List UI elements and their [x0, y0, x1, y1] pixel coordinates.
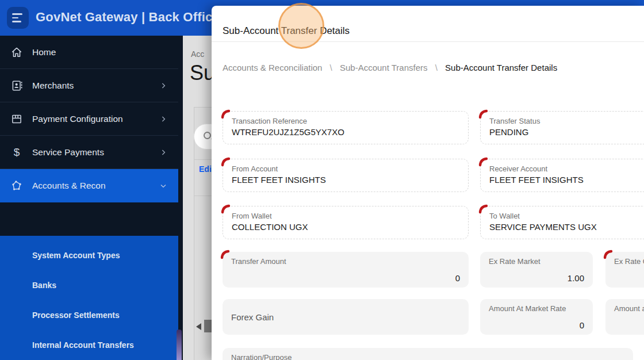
breadcrumb-sub-account-transfers[interactable]: Sub-Account Transfers: [340, 63, 428, 72]
sidebar-subitem-system-account-types[interactable]: System Account Types: [0, 240, 178, 270]
field-label: Transaction Reference: [223, 112, 468, 125]
breadcrumb: Acc: [191, 49, 204, 59]
purple-scroll-accent: [177, 330, 182, 360]
sidebar-item-home[interactable]: Home: [0, 36, 178, 69]
field-ex-rate-given[interactable]: Ex Rate G: [605, 252, 644, 288]
field-to-wallet[interactable]: To Wallet SERVICE PAYMENTS UGX: [480, 206, 644, 239]
storefront-icon: [9, 112, 24, 127]
field-narration-purpose[interactable]: Narration/Purpose: [223, 348, 633, 360]
required-mark-icon: [220, 249, 231, 261]
field-value: 0: [580, 320, 584, 330]
sidebar-item-merchants[interactable]: Merchants: [0, 69, 178, 102]
field-transaction-reference[interactable]: Transaction Reference WTREFU2UJZ1Z5G5YX7…: [223, 111, 469, 144]
sidebar-nav: Home Merchants Payment Configuration $ S…: [0, 36, 183, 360]
breadcrumb-separator: \: [330, 63, 332, 72]
field-value: COLLECTION UGX: [223, 220, 468, 232]
field-label: Receiver Account: [481, 159, 644, 173]
divider: [212, 41, 644, 42]
field-amount-at-custom-rate[interactable]: Amount a: [605, 299, 644, 335]
chevron-right-icon: [159, 148, 168, 157]
required-mark-icon: [603, 249, 614, 261]
field-label: Forex Gain: [223, 312, 282, 322]
home-icon: [9, 45, 24, 60]
chevron-down-icon: [159, 181, 168, 190]
accounts-recon-submenu: System Account Types Banks Processor Set…: [0, 236, 178, 360]
field-label: Transfer Amount: [223, 252, 469, 266]
field-value: SERVICE PAYMENTS UGX: [481, 220, 644, 232]
sidebar-item-payment-configuration[interactable]: Payment Configuration: [0, 102, 178, 136]
chevron-right-icon: [159, 114, 168, 124]
sidebar-item-service-payments[interactable]: $ Service Payments: [0, 136, 178, 169]
field-amount-at-market-rate[interactable]: Amount At Market Rate 0: [480, 299, 593, 335]
sidebar-item-accounts-recon[interactable]: Accounts & Recon: [0, 169, 178, 202]
field-label: Amount a: [605, 299, 644, 313]
field-label: Ex Rate Market: [480, 252, 593, 266]
field-value: PENDING: [481, 125, 644, 137]
field-value: WTREFU2UJZ1Z5G5YX7XO: [223, 125, 468, 137]
required-mark-icon: [478, 204, 489, 215]
edit-link[interactable]: Edi: [199, 164, 212, 174]
field-from-wallet[interactable]: From Wallet COLLECTION UGX: [223, 206, 469, 239]
dollar-icon: $: [9, 145, 24, 160]
field-receiver-account[interactable]: Receiver Account FLEET FEET INSIGHTS: [480, 159, 644, 192]
field-from-account[interactable]: From Account FLEET FEET INSIGHTS: [223, 159, 469, 192]
field-value: FLEET FEET INSIGHTS: [481, 173, 644, 185]
sidebar-subitem-internal-account-transfers[interactable]: Internal Account Transfers: [0, 330, 178, 360]
modal-breadcrumb: Accounts & Reconciliation \ Sub-Account …: [223, 63, 557, 72]
sidebar-item-label: Accounts & Recon: [32, 181, 106, 191]
sidebar-item-label: Home: [32, 47, 56, 58]
field-label: Transfer Status: [481, 112, 644, 125]
required-mark-icon: [478, 156, 489, 168]
field-value: FLEET FEET INSIGHTS: [223, 173, 468, 185]
field-label: From Account: [223, 159, 468, 173]
sidebar-subitem-processor-settlements[interactable]: Processor Settlements: [0, 300, 178, 330]
breadcrumb-accounts-reconciliation[interactable]: Accounts & Reconciliation: [223, 63, 322, 72]
field-value: 1.00: [568, 273, 584, 283]
modal-title: Sub-Account Transfer Details: [223, 25, 350, 37]
required-mark-icon: [220, 204, 232, 215]
required-mark-icon: [478, 109, 489, 120]
field-forex-gain[interactable]: Forex Gain: [223, 299, 469, 335]
hamburger-menu-button[interactable]: [7, 7, 29, 29]
sidebar-subitem-banks[interactable]: Banks: [0, 270, 178, 300]
contacts-icon: [9, 78, 24, 93]
field-label: From Wallet: [223, 206, 468, 220]
sub-account-transfer-details-modal: Sub-Account Transfer Details Accounts & …: [212, 6, 644, 360]
field-label: Amount At Market Rate: [480, 299, 593, 313]
sidebar-item-label: Payment Configuration: [32, 114, 123, 124]
field-transfer-amount[interactable]: Transfer Amount 0: [223, 252, 469, 288]
field-label: Narration/Purpose: [223, 348, 633, 360]
scroll-left-icon[interactable]: [195, 321, 202, 332]
breadcrumb-separator: \: [435, 63, 438, 72]
field-ex-rate-market[interactable]: Ex Rate Market 1.00: [480, 252, 593, 288]
app-title: GovNet Gateway | Back Office: [36, 10, 220, 25]
network-icon: [9, 178, 24, 193]
sidebar-item-label: Service Payments: [32, 147, 104, 158]
hamburger-icon: [12, 13, 22, 15]
app-root: GovNet Gateway | Back Office Home Mercha…: [0, 0, 644, 360]
field-transfer-status[interactable]: Transfer Status PENDING: [480, 111, 644, 144]
chevron-right-icon: [159, 81, 168, 90]
field-label: To Wallet: [481, 206, 644, 220]
required-mark-icon: [220, 109, 232, 120]
required-mark-icon: [220, 156, 232, 168]
search-icon: [204, 132, 211, 139]
breadcrumb-current: Sub-Account Transfer Details: [445, 63, 557, 72]
sidebar-item-label: Merchants: [32, 81, 74, 91]
field-value: 0: [455, 273, 460, 283]
